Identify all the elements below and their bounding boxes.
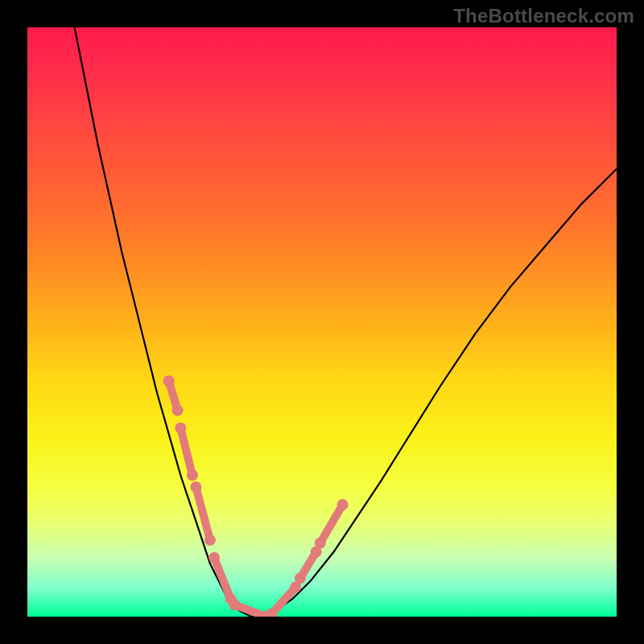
plot-area bbox=[27, 27, 617, 617]
highlight-dot bbox=[204, 535, 216, 546]
chart-frame: TheBottleneck.com bbox=[0, 0, 644, 644]
watermark-label: TheBottleneck.com bbox=[453, 5, 634, 27]
highlight-dot bbox=[208, 552, 220, 564]
highlight-dot bbox=[190, 481, 201, 493]
highlight-dot bbox=[315, 538, 326, 549]
highlight-segment bbox=[320, 505, 343, 543]
highlight-dot bbox=[175, 423, 186, 434]
bottleneck-curve bbox=[75, 27, 617, 617]
highlight-dot bbox=[187, 469, 198, 481]
highlight-dot bbox=[163, 375, 175, 386]
highlight-dot bbox=[229, 599, 241, 610]
highlight-segment bbox=[196, 487, 210, 540]
highlight-segment bbox=[180, 428, 192, 476]
chart-svg bbox=[27, 27, 617, 617]
highlight-dot bbox=[337, 499, 349, 510]
highlight-dot bbox=[172, 405, 184, 416]
highlight-dot bbox=[295, 572, 306, 584]
